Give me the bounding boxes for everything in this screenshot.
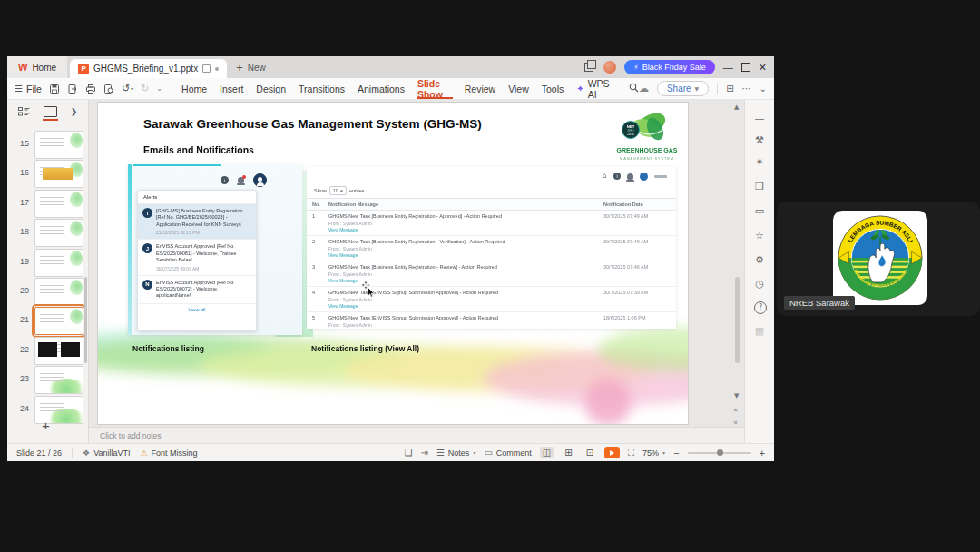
presenter-notes-icon[interactable]: ❏ [405, 448, 413, 458]
slide-sorter-view-button[interactable]: ⊞ [562, 447, 574, 458]
add-slide-button[interactable]: + [42, 418, 50, 433]
fullscreen-icon[interactable]: ⛶ [628, 448, 634, 458]
alert-item[interactable]: N EnVISS Account Approved [Ref No. ES/20… [138, 276, 256, 304]
thumbnail-preview[interactable] [34, 337, 83, 365]
slide-thumbnail-20[interactable]: 20 [7, 278, 88, 305]
menu-transitions[interactable]: Transitions [292, 78, 351, 99]
customize-toolbar-icon[interactable]: ⌄ [156, 84, 162, 93]
menu-home[interactable]: Home [175, 78, 213, 99]
slide-view-icon[interactable] [44, 106, 57, 117]
cascade-windows-icon[interactable] [584, 63, 593, 72]
slide-thumbnail-15[interactable]: 15 [7, 131, 88, 158]
shapes-icon[interactable]: ❐ [745, 181, 774, 193]
zoom-slider[interactable] [688, 452, 751, 454]
outline-view-icon[interactable] [18, 107, 30, 117]
menu-slide-show[interactable]: Slide Show [411, 78, 458, 99]
minimize-button[interactable]: — [723, 62, 733, 73]
cloud-sync-icon[interactable]: ☁ [639, 83, 649, 94]
history-icon[interactable]: ◷ [745, 278, 774, 291]
home-tab[interactable]: W Home [7, 56, 67, 78]
menu-insert[interactable]: Insert [213, 78, 250, 99]
account-avatar[interactable] [603, 61, 616, 74]
apps-icon[interactable]: ▦ [745, 325, 774, 338]
maximize-button[interactable] [741, 63, 750, 72]
search-icon[interactable] [629, 83, 639, 94]
thumbnail-preview[interactable] [34, 190, 83, 218]
scrollbar-thumb[interactable] [735, 277, 740, 363]
thumbnail-preview[interactable] [34, 249, 83, 277]
comment-icon[interactable]: ▭ [745, 205, 774, 218]
thumbnail-preview[interactable] [34, 219, 83, 247]
reading-view-button[interactable]: ⊡ [583, 447, 596, 458]
black-friday-sale-button[interactable]: ⚡ Black Friday Sale [624, 60, 715, 74]
export-icon[interactable] [67, 84, 78, 94]
more-options-icon[interactable]: ⋯ [742, 84, 751, 94]
scroll-down-icon[interactable]: ▼ [734, 392, 739, 399]
alert-item[interactable]: T [GHG-MS] Business Entity Registration … [138, 204, 256, 240]
menu-animations[interactable]: Animations [351, 78, 411, 99]
collapse-icon[interactable]: — [745, 113, 774, 125]
view-message-link[interactable]: View Message [328, 227, 598, 232]
edit-tools-icon[interactable]: ⚒ [745, 134, 774, 147]
thumbnail-preview[interactable] [34, 366, 83, 394]
wps-window: W Home P GHGMS_Briefing_v1.pptx + New ⚡ … [7, 56, 774, 461]
view-message-link[interactable]: View Message [328, 252, 598, 258]
slide-thumbnail-23[interactable]: 23 [7, 366, 88, 393]
menu-design[interactable]: Design [250, 78, 292, 99]
menu-review[interactable]: Review [458, 78, 502, 99]
slideshow-play-button[interactable] [604, 447, 620, 458]
thumbnail-preview[interactable] [34, 160, 83, 188]
wps-ai-menu[interactable]: ✦ WPS AI [570, 78, 625, 100]
notes-toggle[interactable]: ☰ Notes ▾ [436, 448, 476, 458]
slide-thumbnail-18[interactable]: 18 [7, 219, 88, 246]
slide-21[interactable]: Sarawak Greenhouse Gas Management System… [98, 103, 688, 424]
participant-video-tile[interactable]: LEMBAGA SUMBER ASLI DAN ALAM SEKITAR SAR… [777, 202, 980, 316]
notes-bar[interactable]: Click to add notes [89, 427, 744, 443]
handout-icon[interactable]: ⇥ [421, 448, 428, 458]
collapse-ribbon-icon[interactable]: ⌄ [760, 84, 767, 94]
close-button[interactable]: ✕ [759, 62, 767, 74]
print-preview-icon[interactable] [103, 84, 114, 94]
settings-icon[interactable]: ⚙ [745, 254, 774, 267]
theme-chip[interactable]: ❖ VanillaVTI [83, 448, 130, 458]
zoom-in-button[interactable]: + [760, 448, 765, 458]
normal-view-button[interactable]: ◫ [540, 447, 554, 458]
zoom-level[interactable]: 75% ▾ [642, 448, 665, 458]
star-icon[interactable]: ☆ [745, 230, 774, 242]
expand-panel-icon[interactable]: ❯ [71, 107, 78, 116]
zoom-slider-handle[interactable] [717, 449, 723, 456]
thumbnail-preview[interactable] [34, 278, 83, 306]
redo-button[interactable]: ↻ [141, 83, 149, 94]
thumbnail-preview[interactable] [34, 307, 83, 335]
page-size-select: 10 ▼ [329, 186, 347, 195]
font-missing-warning[interactable]: ⚠ Font Missing [140, 448, 197, 458]
slide-thumbnail-22[interactable]: 22 [7, 337, 88, 364]
share-button[interactable]: Share ▼ [657, 81, 709, 96]
slide-thumbnail-21[interactable]: 21 [7, 307, 88, 334]
menu-view[interactable]: View [502, 78, 535, 99]
document-tab[interactable]: P GHGMS_Briefing_v1.pptx [70, 59, 227, 78]
menu-tools[interactable]: Tools [535, 78, 571, 99]
zoom-out-button[interactable]: − [673, 448, 679, 458]
slide-thumbnail-16[interactable]: 16 [7, 160, 88, 187]
slide-thumbnail-17[interactable]: 17 [7, 190, 88, 217]
slide-thumbnail-19[interactable]: 19 [7, 249, 88, 276]
task-pane-icon[interactable]: ⊞ [726, 84, 733, 94]
comment-button[interactable]: ▭ Comment [484, 448, 531, 458]
save-icon[interactable] [49, 84, 60, 94]
slide-subtitle: Emails and Notifications [143, 144, 254, 155]
view-message-link[interactable]: View Message [328, 303, 598, 309]
undo-button[interactable]: ↺▾ [122, 83, 133, 94]
scroll-up-icon[interactable]: ▲ [734, 104, 739, 111]
previous-slide-icon[interactable]: « [731, 408, 740, 412]
ai-beautify-icon[interactable]: ✴ [745, 156, 774, 169]
file-menu[interactable]: ☰ File [15, 84, 42, 94]
new-tab-button[interactable]: + New [236, 61, 266, 74]
next-slide-icon[interactable]: » [731, 420, 740, 425]
alert-item[interactable]: J EnVISS Account Approved [Ref No. ES/20… [138, 240, 256, 275]
print-icon[interactable] [85, 84, 96, 94]
thumbnail-preview[interactable] [34, 131, 83, 159]
notes-placeholder: Click to add notes [100, 431, 162, 440]
help-icon[interactable]: ? [754, 301, 767, 314]
thumbnail-scrollbar[interactable] [84, 277, 87, 363]
